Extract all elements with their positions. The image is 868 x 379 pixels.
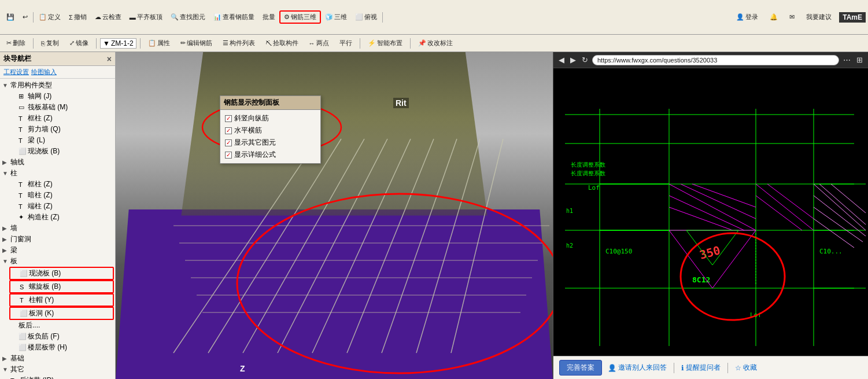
tree-item-floor-band[interactable]: ⬜ 楼层板带 (H) <box>9 342 114 353</box>
define-icon: 📋 <box>39 13 47 21</box>
delete-button[interactable]: ✂ 删除 <box>2 37 29 49</box>
svg-line-31 <box>756 184 814 230</box>
complete-answer-button[interactable]: 完善答案 <box>559 360 602 376</box>
checkbox-1[interactable]: ✓ <box>225 127 232 134</box>
popup-item-1[interactable]: ✓ 水平横筋 <box>225 124 316 137</box>
browser-refresh[interactable]: ↻ <box>580 56 590 64</box>
tame-label: TAmE <box>839 12 866 23</box>
tree-item-post-pouring[interactable]: 板后.... <box>9 320 114 331</box>
batch-button[interactable]: 批量 <box>258 11 279 23</box>
browser-menu[interactable]: ⋯ <box>841 56 852 64</box>
pick-icon: ⛏ <box>265 40 272 47</box>
tree-item-struct-col[interactable]: ✦ 构造柱 (Z) <box>9 212 114 223</box>
collect-link[interactable]: ☆ 收藏 <box>735 363 757 373</box>
login-button[interactable]: 👤 登录 <box>732 11 762 23</box>
rebar3d-button[interactable]: ⚙ 钢筋三维 <box>279 10 321 24</box>
tree-item-spiral-slab[interactable]: S 螺旋板 (B) <box>9 280 114 293</box>
edit-rebar-button[interactable]: ✏ 编辑钢筋 <box>176 37 216 49</box>
foundation-icon: ▭ <box>19 104 27 111</box>
find-member-button[interactable]: 🔍 查找图元 <box>167 11 209 23</box>
svg-text:h2: h2 <box>566 242 573 249</box>
level-icon: ▬ <box>130 14 136 21</box>
popup-item-2[interactable]: ✓ 显示其它图元 <box>225 137 316 149</box>
tree-item-slab-rebar[interactable]: ⬜ 板负筋 (F) <box>9 331 114 342</box>
drawing-input-link[interactable]: 绘图输入 <box>31 68 57 76</box>
tree-item-cast-slab[interactable]: ⬜ 现浇板 (B) <box>9 146 114 157</box>
center-3d-viewport[interactable]: 钢筋显示控制面板 ✓ 斜竖向纵筋 ✓ 水平横筋 ✓ 显示其它图元 ✓ 显示详细公… <box>116 52 553 379</box>
tree-item-post-strip[interactable]: T 后浇带 (ID) <box>9 375 114 379</box>
copy-button[interactable]: ⎘ 复制 <box>37 37 63 49</box>
tree-item-col-cap[interactable]: T 柱帽 (Y) <box>9 293 114 307</box>
tree-item-hole[interactable]: ⬜ 板洞 (K) <box>9 307 114 320</box>
tree-item-end-col[interactable]: T 端柱 (Z) <box>9 201 114 212</box>
sigma-icon: Σ <box>69 14 73 21</box>
copy-icon: ⎘ <box>41 40 45 47</box>
tree-children-column: T 框柱 (Z) T 暗柱 (Z) T 端柱 (Z) ✦ 构造柱 (Z) <box>1 179 114 223</box>
summary-button[interactable]: Σ 撤销 <box>65 11 91 23</box>
invite-answer-link[interactable]: 👤 邀请别人来回答 <box>608 363 667 373</box>
component-list-button[interactable]: ☰ 构件列表 <box>219 37 259 49</box>
3d-view-button[interactable]: 🧊 三维 <box>321 11 351 23</box>
browser-back[interactable]: ◀ <box>557 56 566 64</box>
popup-item-3[interactable]: ✓ 显示详细公式 <box>225 149 316 161</box>
edit-annotation-button[interactable]: 📌 改改标注 <box>414 37 457 49</box>
two-points-button[interactable]: ↔ 两点 <box>305 37 333 49</box>
tree-item-dark-col[interactable]: T 暗柱 (Z) <box>9 190 114 201</box>
tree-item-wall[interactable]: ▶ 墙 <box>1 223 114 234</box>
mirror-icon: ⤢ <box>69 39 75 47</box>
zm-dropdown[interactable]: ▼ ZM-1-2 <box>100 38 136 49</box>
checkbox-3[interactable]: ✓ <box>225 152 232 159</box>
tree-item-frame-col2[interactable]: T 框柱 (Z) <box>9 179 114 190</box>
slab-icon: ⬜ <box>19 148 27 155</box>
colcap-icon: T <box>20 297 28 304</box>
list-icon: ☰ <box>223 39 228 47</box>
tree-item-axis[interactable]: ⊞ 轴网 (J) <box>9 91 114 102</box>
tree-item-common[interactable]: ▼ 常用构件类型 <box>1 80 114 91</box>
checkbox-2[interactable]: ✓ <box>225 139 232 146</box>
sidebar-close-button[interactable]: × <box>107 54 112 64</box>
tree-item-beam[interactable]: T 梁 (L) <box>9 135 114 146</box>
browser-url-bar[interactable]: https://www.fwxgx.com/questions/3520033 <box>592 55 839 65</box>
sep3 <box>33 38 34 49</box>
person-icon: 👤 <box>608 364 616 372</box>
tree-item-shear-wall[interactable]: T 剪力墙 (Q) <box>9 124 114 135</box>
tree-item-axis-group[interactable]: ▶ 轴线 <box>1 157 114 168</box>
tree-item-foundation[interactable]: ▶ 基础 <box>1 353 114 364</box>
cloud-check-button[interactable]: ☁ 云检查 <box>91 11 125 23</box>
poststrip-icon: T <box>10 377 19 380</box>
info-icon: ℹ <box>681 364 684 372</box>
smart-layout-button[interactable]: ⚡ 智能布置 <box>364 37 407 49</box>
tree-item-strip-foundation[interactable]: ▭ 筏板基础 (M) <box>9 102 114 113</box>
browser-extension[interactable]: ⊞ <box>855 56 865 64</box>
tree-item-door-window[interactable]: ▶ 门窗洞 <box>1 234 114 245</box>
message-button[interactable]: ✉ <box>785 12 799 23</box>
remind-questioner-link[interactable]: ℹ 提醒提问者 <box>681 363 721 373</box>
tree-item-column-group[interactable]: ▼ 柱 <box>1 168 114 179</box>
checkbox-0[interactable]: ✓ <box>225 115 232 122</box>
tree-item-floor-group[interactable]: ▼ 板 <box>1 256 114 267</box>
bell-button[interactable]: 🔔 <box>766 12 782 23</box>
level-button[interactable]: ▬ 平齐板顶 <box>125 11 167 23</box>
tree-item-other[interactable]: ▼ 其它 <box>1 364 114 375</box>
svg-text:长度调整系数: 长度调整系数 <box>571 170 605 176</box>
rebar-control-popup: 钢筋显示控制面板 ✓ 斜竖向纵筋 ✓ 水平横筋 ✓ 显示其它图元 ✓ 显示详细公… <box>220 95 321 164</box>
property-button[interactable]: 📋 属性 <box>144 37 174 49</box>
project-settings-link[interactable]: 工程设置 <box>3 68 29 76</box>
view-rebar-button[interactable]: 📊 查看钢筋量 <box>209 11 258 23</box>
define-button[interactable]: 📋 定义 <box>35 11 65 23</box>
suggest-button[interactable]: 我要建议 <box>802 11 836 23</box>
tree-item-beam-group[interactable]: ▶ 梁 <box>1 245 114 256</box>
delete-icon: ✂ <box>6 39 12 47</box>
svg-line-26 <box>669 184 756 230</box>
parallel-button[interactable]: 平行 <box>335 37 356 49</box>
popup-item-0[interactable]: ✓ 斜竖向纵筋 <box>225 112 316 124</box>
undo-button[interactable]: ↩ <box>19 12 32 23</box>
mirror-button[interactable]: ⤢ 镜像 <box>65 37 93 49</box>
top-view-button[interactable]: ⬜ 俯视 <box>351 11 381 23</box>
tree-item-cast-slab2[interactable]: ⬜ 现浇板 (B) <box>9 267 114 280</box>
pick-component-button[interactable]: ⛏ 拾取构件 <box>261 37 302 49</box>
svg-line-29 <box>669 196 744 230</box>
browser-forward[interactable]: ▶ <box>568 56 578 64</box>
tree-item-frame-col[interactable]: T 框柱 (Z) <box>9 113 114 124</box>
save-button[interactable]: 💾 <box>2 12 19 23</box>
